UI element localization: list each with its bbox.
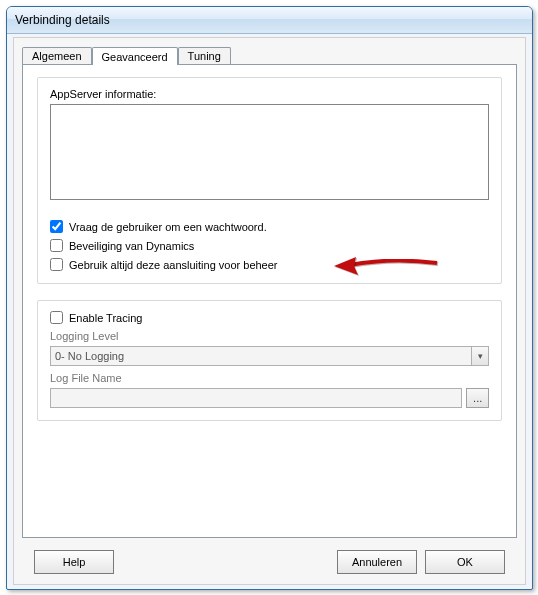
tab-advanced[interactable]: Geavanceerd [92, 47, 178, 65]
logging-level-label: Logging Level [50, 330, 489, 342]
prompt-password-label: Vraag de gebruiker om een wachtwoord. [69, 221, 267, 233]
logging-level-value: 0- No Logging [50, 346, 471, 366]
log-file-label: Log File Name [50, 372, 489, 384]
prompt-password-row[interactable]: Vraag de gebruiker om een wachtwoord. [50, 220, 489, 233]
titlebar: Verbinding details [7, 7, 532, 34]
log-file-browse-button[interactable]: ... [466, 388, 489, 408]
tab-tuning[interactable]: Tuning [178, 47, 231, 64]
appserver-info-label: AppServer informatie: [50, 88, 489, 100]
logging-level-combo[interactable]: 0- No Logging ▾ [50, 346, 489, 366]
cancel-button[interactable]: Annuleren [337, 550, 417, 574]
prompt-password-checkbox[interactable] [50, 220, 63, 233]
tabstrip: Algemeen Geavanceerd Tuning [22, 44, 231, 64]
always-use-row[interactable]: Gebruik altijd deze aansluiting voor beh… [50, 258, 489, 271]
tabpage-advanced: AppServer informatie: Vraag de gebruiker… [22, 64, 517, 538]
appserver-group: AppServer informatie: Vraag de gebruiker… [37, 77, 502, 284]
enable-tracing-row[interactable]: Enable Tracing [50, 311, 489, 324]
tracing-group: Enable Tracing Logging Level 0- No Loggi… [37, 300, 502, 421]
log-file-input[interactable] [50, 388, 462, 408]
logging-level-dropdown-button[interactable]: ▾ [471, 346, 489, 366]
client-area: Algemeen Geavanceerd Tuning AppServer in… [13, 37, 526, 585]
always-use-label: Gebruik altijd deze aansluiting voor beh… [69, 259, 278, 271]
tab-general[interactable]: Algemeen [22, 47, 92, 64]
dynamics-security-checkbox[interactable] [50, 239, 63, 252]
appserver-info-input[interactable] [50, 104, 489, 200]
dynamics-security-row[interactable]: Beveiliging van Dynamics [50, 239, 489, 252]
window-title: Verbinding details [15, 13, 110, 27]
always-use-checkbox[interactable] [50, 258, 63, 271]
enable-tracing-label: Enable Tracing [69, 312, 142, 324]
help-button[interactable]: Help [34, 550, 114, 574]
button-row: Help Annuleren OK [22, 546, 517, 574]
dialog-window: Verbinding details Algemeen Geavanceerd … [6, 6, 533, 590]
chevron-down-icon: ▾ [478, 351, 483, 361]
dynamics-security-label: Beveiliging van Dynamics [69, 240, 194, 252]
ok-button[interactable]: OK [425, 550, 505, 574]
enable-tracing-checkbox[interactable] [50, 311, 63, 324]
